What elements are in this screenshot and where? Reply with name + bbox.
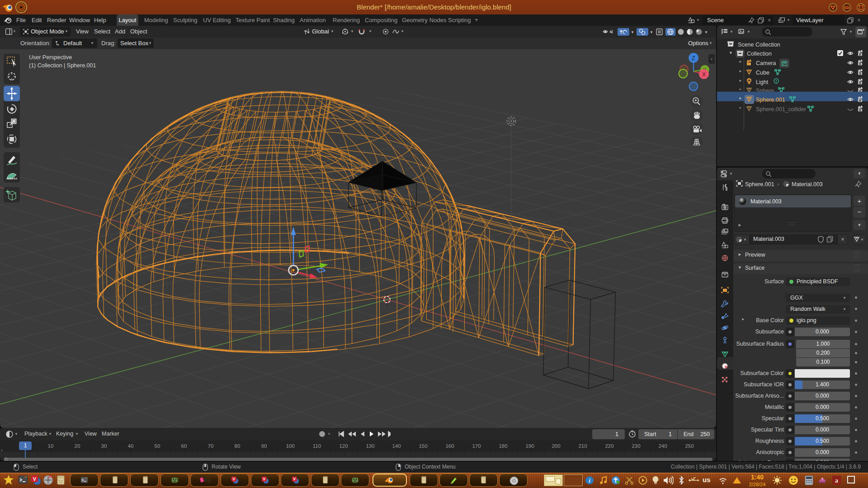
svg-text:240: 240 (658, 443, 667, 449)
svg-text:230: 230 (632, 443, 640, 449)
svg-text:110: 110 (313, 443, 321, 449)
svg-text:V: V (233, 477, 236, 481)
svg-text:▼: ▼ (650, 30, 653, 34)
svg-text:140: 140 (392, 443, 401, 449)
svg-text:190: 190 (525, 443, 534, 449)
svg-text:X: X (702, 71, 706, 78)
svg-text:220: 220 (605, 443, 613, 449)
svg-text:80: 80 (235, 443, 241, 449)
svg-text:60: 60 (181, 443, 187, 449)
svg-text:V: V (33, 476, 37, 482)
svg-text:150: 150 (419, 443, 427, 449)
svg-text:90: 90 (261, 443, 267, 449)
svg-text:250: 250 (685, 443, 693, 449)
svg-text:20: 20 (75, 443, 80, 449)
svg-text:▼: ▼ (704, 30, 708, 34)
svg-text:V: V (263, 477, 266, 481)
svg-text:▼: ▼ (631, 30, 634, 34)
svg-text:50: 50 (155, 443, 160, 449)
svg-text:70: 70 (208, 443, 214, 449)
svg-text:Z: Z (692, 55, 695, 61)
svg-text:210: 210 (578, 443, 587, 449)
svg-text:100: 100 (286, 443, 294, 449)
svg-text:200: 200 (552, 443, 560, 449)
svg-text:a: a (835, 477, 838, 484)
svg-text:30: 30 (101, 443, 107, 449)
svg-text:V: V (293, 477, 296, 481)
svg-text:180: 180 (499, 443, 507, 449)
svg-text:170: 170 (472, 443, 481, 449)
svg-text:10: 10 (48, 443, 54, 449)
svg-text:i: i (589, 477, 590, 484)
svg-text:40: 40 (128, 443, 134, 449)
svg-text:160: 160 (445, 443, 454, 449)
svg-text:130: 130 (366, 443, 374, 449)
svg-text:120: 120 (339, 443, 348, 449)
